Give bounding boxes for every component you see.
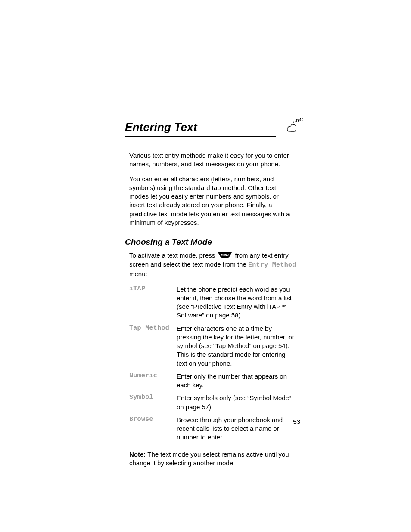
page-number: 53 (293, 418, 300, 425)
table-row: Symbol Enter symbols only (see “Symbol M… (129, 392, 297, 414)
svg-text:C: C (299, 118, 303, 123)
section-lead: To activate a text mode, press MENU from… (129, 251, 297, 279)
note-block: Note: The text mode you select remains a… (129, 450, 297, 468)
text-mode-table: iTAP Let the phone predict each word as … (129, 283, 297, 444)
intro-block: Various text entry methods make it easy … (129, 151, 293, 227)
abc-hand-icon: a B C (286, 118, 304, 134)
mode-desc: Enter only the number that appears on ea… (177, 370, 297, 392)
svg-text:a: a (293, 119, 296, 124)
mode-term: Numeric (129, 370, 177, 392)
mode-desc: Enter symbols only (see “Symbol Mode” on… (177, 392, 297, 414)
intro-paragraph-2: You can enter all characters (letters, n… (129, 175, 293, 227)
mode-term: Symbol (129, 392, 177, 414)
table-row: Numeric Enter only the number that appea… (129, 370, 297, 392)
mode-term: iTAP (129, 283, 177, 322)
entry-method-label: Entry Method (248, 261, 296, 269)
note-label: Note: (129, 451, 146, 458)
section-title: Choosing a Text Mode (125, 237, 304, 247)
mode-term: Tap Method (129, 322, 177, 370)
mode-desc: Enter characters one at a time by pressi… (177, 322, 297, 370)
intro-paragraph-1: Various text entry methods make it easy … (129, 151, 293, 169)
lead-part-c: menu: (129, 270, 147, 277)
table-row: Browse Browse through your phonebook and… (129, 414, 297, 444)
table-row: Tap Method Enter characters one at a tim… (129, 322, 297, 370)
mode-desc: Browse through your phonebook and recent… (177, 414, 297, 444)
mode-term: Browse (129, 414, 177, 444)
menu-key-icon: MENU (218, 252, 232, 260)
page-content: Entering Text a B C Various text entry m… (125, 121, 304, 467)
mode-desc: Let the phone predict each word as you e… (177, 283, 297, 322)
chapter-header: Entering Text (125, 121, 276, 137)
note-text: The text mode you select remains active … (129, 451, 289, 467)
chapter-title: Entering Text (125, 121, 197, 134)
table-row: iTAP Let the phone predict each word as … (129, 283, 297, 322)
svg-text:MENU: MENU (221, 254, 229, 256)
lead-part-a: To activate a text mode, press (129, 252, 217, 259)
svg-text:B: B (296, 118, 299, 123)
